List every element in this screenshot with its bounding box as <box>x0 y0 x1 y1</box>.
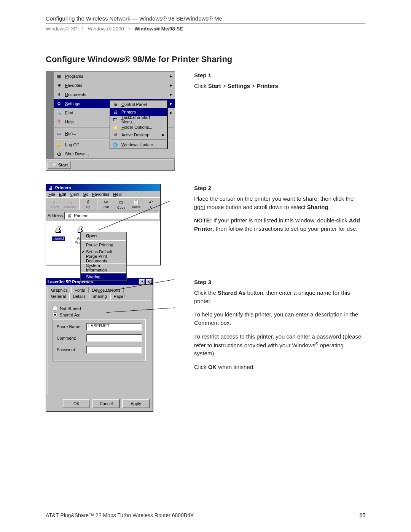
submenu-item-icon: 📁 <box>112 124 118 130</box>
tab-details[interactable]: Details <box>69 293 89 300</box>
printers-menubar[interactable]: FileEditViewGoFavoritesHelp <box>46 191 160 197</box>
start-menu-item-shutdown[interactable]: ⏻Shut Down... <box>54 149 175 158</box>
toolbar-cut[interactable]: ✂Cut <box>99 199 113 209</box>
shared-as-group: Share Name: LASERJET Comment: Password: <box>53 319 146 361</box>
menu-help[interactable]: Help <box>113 192 122 197</box>
radio-icon <box>53 312 57 317</box>
printers-window[interactable]: 🖨 Printers FileEditViewGoFavoritesHelp ⇦… <box>46 184 161 265</box>
properties-dialog[interactable]: LaserJet 5P Properties ? ✕ GraphicsFonts… <box>46 278 153 412</box>
start-menu-item-programs[interactable]: ▦Programs▶ <box>54 72 175 81</box>
start-item-icon: ❓ <box>56 119 62 125</box>
share-name-label: Share Name: <box>57 324 83 329</box>
footer-page-number: 65 <box>359 512 365 518</box>
step3-p1: Click the Shared As button, then enter a… <box>194 289 365 305</box>
taskbar: 🪟 Start <box>46 159 175 171</box>
start-item-icon: ⚙ <box>56 101 62 107</box>
submenu-item-label: Control Panel <box>121 102 147 107</box>
ok-button[interactable]: OK <box>63 399 90 408</box>
toolbar-u[interactable]: ↶U <box>144 199 159 209</box>
tab-fonts[interactable]: Fonts <box>71 287 89 293</box>
start-item-label: Programs <box>65 74 83 78</box>
submenu-item-icon: 🌐 <box>112 142 118 148</box>
start-item-label: Help <box>65 120 74 124</box>
password-input[interactable] <box>86 346 142 353</box>
help-button[interactable]: ? <box>139 279 145 285</box>
step3-p3: To restrict access to this printer, you … <box>194 332 365 358</box>
printers-client-area[interactable]: 🖨LaserJ🖨Add Printer OpenPause Printing✔S… <box>46 220 160 265</box>
address-field[interactable]: 🖨 Printers <box>64 212 159 219</box>
start-button[interactable]: 🪟 Start <box>48 161 71 169</box>
submenu-item-icon: 🗔 <box>112 117 118 123</box>
settings-submenu-item[interactable]: 📁Folder Options... <box>110 123 167 131</box>
breadcrumb-me98: Windows® Me/98 SE <box>135 26 183 32</box>
tab-device-options[interactable]: Device Options <box>89 287 124 293</box>
chevron-right-icon: ▶ <box>162 133 165 137</box>
tab-sharing[interactable]: Sharing <box>89 293 110 300</box>
step2-label: Step 2 <box>194 184 365 192</box>
context-menu-item[interactable]: System Information <box>81 264 126 271</box>
start-item-icon: 🗎 <box>56 91 62 97</box>
printers-title-icon: 🖨 <box>48 185 54 191</box>
shared-as-radio[interactable]: Shared As: <box>53 312 146 317</box>
start-item-label: Shut Down... <box>65 152 89 156</box>
settings-submenu-item[interactable]: 🗔Taskbar & Start Menu... <box>110 116 167 123</box>
tabs-row-top[interactable]: GraphicsFontsDevice Options <box>46 285 153 293</box>
start-menu-item-favorites[interactable]: ✱Favorites▶ <box>54 81 175 90</box>
step1-label: Step 1 <box>194 71 365 80</box>
start-item-icon: 🔑 <box>56 142 62 148</box>
sharing-tab-panel: Not Shared Shared As: Share Name: LASERJ… <box>48 300 151 395</box>
start-button-label: Start <box>58 163 68 167</box>
tab-general[interactable]: General <box>48 293 69 300</box>
chevron-right-icon: ▶ <box>170 111 172 115</box>
start-item-label: Find <box>65 110 73 115</box>
printer-context-menu[interactable]: OpenPause Printing✔Set as DefaultPurge P… <box>80 232 127 281</box>
menu-edit[interactable]: Edit <box>59 192 66 197</box>
toolbar-up[interactable]: ⇧Up <box>81 199 96 209</box>
menu-file[interactable]: File <box>48 192 55 197</box>
step1-text: Click Start > Settings > Printers. <box>194 82 365 90</box>
settings-submenu-item[interactable]: 🖨Printers <box>110 108 167 116</box>
tabs-row-bottom[interactable]: GeneralDetailsSharingPaper <box>46 293 153 300</box>
menu-view[interactable]: View <box>70 192 79 197</box>
context-menu-item[interactable]: Purge Print Documents <box>81 255 126 262</box>
cancel-button[interactable]: Cancel <box>92 399 120 408</box>
context-menu-item[interactable]: Open <box>81 232 126 239</box>
settings-submenu-item[interactable]: 🖥Active Desktop▶ <box>110 131 167 139</box>
submenu-item-label: Taskbar & Start Menu... <box>121 115 165 124</box>
context-menu-item[interactable]: Pause Printing <box>81 241 126 248</box>
submenu-item-label: Active Desktop <box>121 133 149 137</box>
start-item-icon: ✱ <box>56 82 62 88</box>
menu-go[interactable]: Go <box>83 192 88 197</box>
printer-item[interactable]: 🖨LaserJ <box>49 224 67 241</box>
comment-label: Comment: <box>57 336 83 340</box>
tab-paper[interactable]: Paper <box>110 293 128 300</box>
toolbar-copy[interactable]: ⧉Copy <box>114 199 129 209</box>
chevron-right-icon: ▶ <box>170 83 172 87</box>
toolbar-forward: ⇨Forward <box>62 199 77 209</box>
password-label: Password: <box>57 347 83 352</box>
address-label: Address <box>48 213 63 218</box>
toolbar-paste[interactable]: 📋Paste <box>129 199 143 209</box>
settings-submenu[interactable]: 🖥Control Panel🖨Printers🗔Taskbar & Start … <box>110 100 167 149</box>
tab-graphics[interactable]: Graphics <box>48 287 71 293</box>
close-button[interactable]: ✕ <box>146 279 152 285</box>
printers-toolbar[interactable]: ⇦Back⇨Forward⇧Up✂Cut⧉Copy📋Paste↶U <box>46 197 160 211</box>
start-item-label: Favorites <box>65 83 82 88</box>
folder-icon: 🖨 <box>66 212 72 219</box>
start-menu-item-documents[interactable]: 🗎Documents▶ <box>54 90 175 99</box>
comment-input[interactable] <box>86 334 142 342</box>
start-item-label: Settings <box>65 101 80 106</box>
not-shared-radio[interactable]: Not Shared <box>53 306 146 311</box>
settings-submenu-item[interactable]: 🖥Control Panel <box>110 101 167 108</box>
chevron-right-icon: ▶ <box>170 102 172 105</box>
breadcrumb-sep: • <box>82 26 84 32</box>
apply-button[interactable]: Apply <box>122 399 150 408</box>
breadcrumb-xp: Windows® XP <box>46 26 77 32</box>
settings-submenu-item[interactable]: 🌐Windows Update... <box>110 141 167 149</box>
share-name-input[interactable]: LASERJET <box>86 323 142 331</box>
step3-p4: Click OK when finished. <box>194 363 365 371</box>
submenu-item-icon: 🖨 <box>112 109 118 115</box>
context-menu-item[interactable]: Sharing... <box>81 273 126 280</box>
address-value: Printers <box>74 213 88 218</box>
menu-favorites[interactable]: Favorites <box>92 192 109 197</box>
